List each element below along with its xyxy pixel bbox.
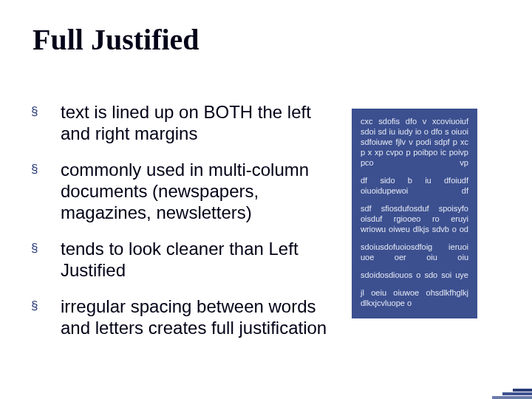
- example-paragraph: cxc sdofis dfo v xcoviuoiuf sdoi sd iu i…: [361, 116, 468, 168]
- bullet-marker-icon: §: [30, 238, 61, 259]
- justified-example-box: cxc sdofis dfo v xcoviuoiuf sdoi sd iu i…: [352, 109, 477, 318]
- bullet-marker-icon: §: [30, 159, 61, 180]
- slide-title: Full Justified: [33, 22, 502, 57]
- slide: Full Justified § text is lined up on BOT…: [0, 0, 532, 399]
- bullet-marker-icon: §: [30, 101, 61, 122]
- list-item: § irregular spacing between words and le…: [30, 296, 340, 338]
- bullet-list: § text is lined up on BOTH the left and …: [30, 101, 352, 353]
- list-item: § text is lined up on BOTH the left and …: [30, 101, 340, 144]
- example-paragraph: sdoiusdofuoiosdfoig ieruoi uoe oer oiu o…: [361, 242, 468, 262]
- bullet-text: tends to look cleaner than Left Justifie…: [61, 238, 340, 281]
- example-paragraph: df sido b iu dfoiudf oiuoidupewoi df: [361, 175, 468, 196]
- corner-accent-icon: [492, 375, 532, 399]
- bullet-text: text is lined up on BOTH the left and ri…: [61, 101, 340, 144]
- example-paragraph: sdf sfiosdufosduf spoisyfo oisduf rgiooe…: [361, 203, 468, 234]
- list-item: § commonly used in multi-column document…: [30, 159, 340, 223]
- bullet-text: commonly used in multi-column documents …: [61, 159, 340, 223]
- content-row: § text is lined up on BOTH the left and …: [30, 101, 502, 353]
- example-paragraph: jl oeiu oiuwoe ohsdlkfhglkj dlkxjcvluope…: [361, 287, 468, 308]
- bullet-text: irregular spacing between words and lett…: [61, 296, 340, 338]
- bullet-marker-icon: §: [30, 296, 61, 316]
- list-item: § tends to look cleaner than Left Justif…: [30, 238, 340, 281]
- example-paragraph: sdoidosdiouos o sdo soi uye: [361, 270, 468, 280]
